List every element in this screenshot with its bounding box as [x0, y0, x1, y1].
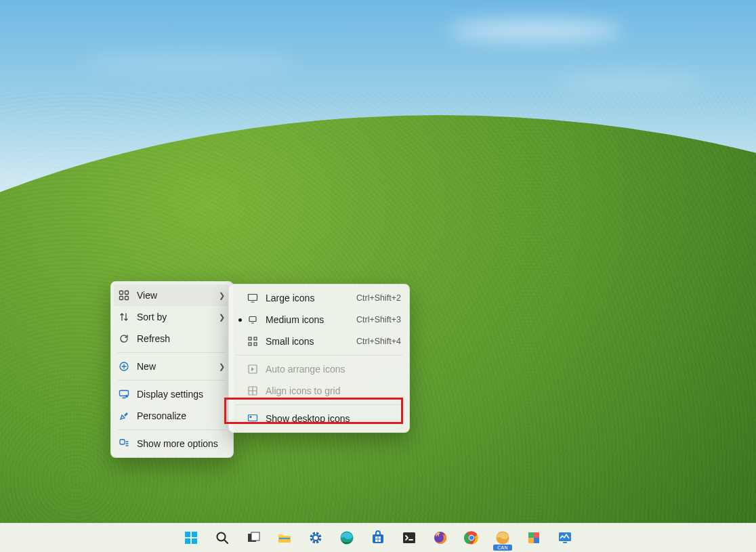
menu-separator: [118, 429, 226, 430]
taskbar-firefox[interactable]: [428, 527, 453, 549]
svg-rect-2: [120, 297, 123, 300]
svg-point-6: [125, 395, 128, 398]
svg-point-28: [314, 536, 318, 540]
taskbar-terminal[interactable]: [397, 527, 421, 549]
menu-item-new[interactable]: New ❯: [114, 356, 230, 377]
svg-rect-13: [254, 343, 257, 345]
menu-separator: [118, 380, 226, 381]
taskbar-microsoft-store[interactable]: [366, 527, 390, 549]
menu-item-refresh[interactable]: Refresh: [114, 328, 230, 349]
menu-item-label: Personalize: [137, 410, 225, 421]
taskbar-settings[interactable]: [303, 527, 328, 549]
svg-rect-34: [379, 540, 381, 543]
svg-rect-7: [120, 440, 125, 444]
taskbar-start[interactable]: [179, 527, 203, 549]
paint-icon: [118, 410, 130, 422]
taskbar: CAN: [0, 523, 756, 552]
svg-rect-8: [249, 295, 257, 301]
keyboard-shortcut: Ctrl+Shift+4: [356, 337, 401, 346]
menu-item-label: View: [137, 290, 219, 301]
menu-item-view[interactable]: View ❯: [114, 284, 230, 306]
svg-rect-41: [528, 532, 534, 538]
svg-rect-44: [534, 538, 539, 543]
store-icon: [371, 530, 385, 545]
puzzle-icon: [526, 530, 541, 545]
taskbar-task-view[interactable]: [241, 527, 266, 549]
svg-rect-12: [249, 343, 251, 345]
svg-rect-33: [375, 540, 378, 543]
monitor-large-icon: [247, 292, 259, 304]
grid-small-icon: [247, 335, 259, 347]
radio-indicator: [233, 318, 247, 322]
taskbar-edge-canary[interactable]: CAN: [490, 527, 515, 549]
svg-rect-16: [249, 415, 257, 421]
submenu-item-align-to-grid[interactable]: Align icons to grid: [232, 380, 406, 402]
sort-icon: [118, 311, 130, 323]
folder-icon: [277, 530, 292, 545]
menu-item-label: New: [137, 361, 219, 372]
view-submenu: Large icons Ctrl+Shift+2 Medium icons Ct…: [228, 284, 410, 433]
desktop-wallpaper[interactable]: [0, 0, 756, 552]
submenu-item-label: Auto arrange icons: [266, 364, 401, 375]
submenu-item-large-icons[interactable]: Large icons Ctrl+Shift+2: [232, 287, 406, 309]
menu-item-personalize[interactable]: Personalize: [114, 405, 230, 427]
align-grid-icon: [247, 385, 259, 397]
svg-rect-1: [125, 291, 129, 295]
svg-rect-11: [254, 337, 257, 340]
badge-label: CAN: [493, 545, 512, 551]
menu-item-label: Display settings: [137, 389, 225, 400]
svg-rect-25: [278, 536, 291, 543]
firefox-icon: [433, 530, 448, 545]
svg-rect-9: [249, 317, 256, 322]
monitor-app-icon: [558, 530, 572, 545]
svg-rect-0: [120, 291, 123, 295]
menu-separator: [236, 404, 402, 405]
svg-rect-35: [403, 532, 415, 543]
arrange-icon: [247, 363, 259, 375]
svg-rect-32: [379, 536, 381, 539]
menu-item-label: Show more options: [137, 438, 225, 449]
keyboard-shortcut: Ctrl+Shift+3: [356, 315, 401, 324]
edge-icon: [339, 530, 354, 545]
chevron-right-icon: ❯: [219, 313, 225, 322]
menu-item-label: Refresh: [137, 333, 225, 344]
grid-icon: [118, 289, 130, 301]
taskbar-search[interactable]: [210, 527, 234, 549]
svg-rect-24: [251, 532, 259, 540]
submenu-item-auto-arrange[interactable]: Auto arrange icons: [232, 358, 406, 380]
chevron-right-icon: ❯: [219, 291, 225, 300]
monitor-medium-icon: [247, 314, 259, 326]
taskbar-system-monitor[interactable]: [553, 527, 577, 549]
menu-item-show-more-options[interactable]: Show more options: [114, 433, 230, 454]
submenu-item-show-desktop-icons[interactable]: Show desktop icons: [232, 408, 406, 429]
terminal-icon: [402, 530, 417, 545]
refresh-icon: [118, 333, 130, 345]
more-icon: [118, 438, 130, 450]
menu-item-label: Sort by: [137, 312, 219, 322]
svg-rect-46: [563, 542, 567, 543]
taskbar-chrome[interactable]: [459, 527, 484, 549]
desktop-context-menu: View ❯ Sort by ❯ Refresh New ❯: [110, 281, 234, 458]
svg-rect-10: [249, 337, 251, 340]
menu-item-sort-by[interactable]: Sort by ❯: [114, 306, 230, 328]
menu-separator: [236, 355, 402, 356]
taskbar-power-toys[interactable]: [522, 527, 546, 549]
taskbar-file-explorer[interactable]: [272, 527, 297, 549]
svg-rect-3: [125, 297, 129, 300]
svg-rect-31: [375, 536, 378, 539]
svg-rect-19: [192, 532, 197, 537]
submenu-item-medium-icons[interactable]: Medium icons Ctrl+Shift+3: [232, 309, 406, 331]
taskbar-edge[interactable]: [335, 527, 359, 549]
svg-rect-43: [528, 538, 534, 543]
svg-rect-18: [185, 532, 190, 537]
submenu-item-label: Large icons: [266, 293, 350, 303]
menu-item-display-settings[interactable]: Display settings: [114, 383, 230, 405]
submenu-item-label: Medium icons: [266, 314, 350, 325]
chrome-icon: [464, 530, 479, 545]
svg-point-17: [249, 416, 251, 418]
edge-canary-icon: [495, 530, 510, 545]
submenu-item-small-icons[interactable]: Small icons Ctrl+Shift+4: [232, 331, 406, 352]
windows-icon: [184, 530, 198, 545]
gear-icon: [308, 530, 323, 545]
submenu-item-label: Show desktop icons: [266, 413, 401, 424]
